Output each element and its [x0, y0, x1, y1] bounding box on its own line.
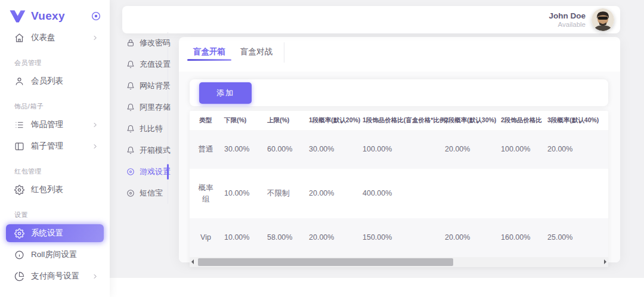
sidebar-item-label: 系统设置 — [31, 228, 99, 239]
sidebar-item-box-management[interactable]: 箱子管理 — [6, 137, 104, 155]
cell-stage2-price-ratio — [497, 169, 544, 219]
col-header-stage3-prob: 3段概率(默认40%) — [544, 111, 608, 130]
cell-upper-limit: 不限制 — [264, 169, 305, 219]
brand-name: Vuexy — [31, 10, 91, 23]
cell-stage3-prob — [544, 169, 608, 219]
pie-chart-icon — [14, 271, 24, 281]
cell-stage2-price-ratio: 100.00% — [497, 130, 544, 169]
user-menu[interactable]: John Doe Available — [549, 8, 614, 31]
sidebar-item-roll-room-settings[interactable]: Roll房间设置 — [6, 246, 104, 264]
main-card: 盲盒开箱 盲盒对战 添加 类型 下限(%) 上限(%) 1段 — [179, 37, 620, 262]
bell-icon — [126, 125, 135, 133]
cell-lower-limit: 10.00% — [221, 169, 264, 219]
user-text: John Doe Available — [549, 11, 586, 28]
submenu-item-label: 开箱模式 — [140, 145, 171, 156]
submenu-item-ali-storage[interactable]: 阿里存储 — [123, 97, 168, 118]
header-card: John Doe Available — [122, 6, 620, 33]
submenu-item-label: 扎比特 — [140, 123, 163, 134]
submenu-item-zhabite[interactable]: 扎比特 — [123, 118, 168, 140]
data-table: 类型 下限(%) 上限(%) 1段概率(默认20%) 1段饰品价格比(盲盒价格*… — [190, 111, 608, 267]
cell-stage2-prob — [441, 169, 497, 219]
sidebar-item-system-settings[interactable]: 系统设置 — [6, 224, 104, 242]
cell-stage3-prob: 25.00% — [544, 218, 608, 257]
cell-type: 概率组 — [190, 169, 221, 219]
submenu-item-change-password[interactable]: 修改密码 — [123, 32, 168, 54]
sidebar-item-payment-settings[interactable]: 支付商号设置 — [6, 267, 104, 285]
sidebar-item-label: 箱子管理 — [31, 141, 91, 151]
sidebar-item-label: 红包列表 — [31, 184, 99, 195]
tab-blindbox-open[interactable]: 盲盒开箱 — [190, 43, 229, 66]
col-header-lower-limit: 下限(%) — [221, 111, 264, 130]
horizontal-scrollbar[interactable] — [190, 257, 608, 267]
cell-stage1-price-ratio: 150.00% — [359, 218, 441, 257]
submenu-item-label: 修改密码 — [140, 38, 171, 48]
col-header-stage1-price-ratio: 1段饰品价格比(盲盒价格*比例) — [359, 111, 441, 130]
cell-lower-limit: 30.00% — [221, 130, 264, 169]
table-row[interactable]: Vip 10.00% 58.00% 20.00% 150.00% 20.00% … — [190, 218, 608, 257]
submenu-item-label: 充值设置 — [140, 59, 171, 70]
disc-icon — [126, 168, 135, 176]
table-header-row: 类型 下限(%) 上限(%) 1段概率(默认20%) 1段饰品价格比(盲盒价格*… — [190, 111, 608, 130]
cell-type: Vip — [190, 218, 221, 257]
bell-icon — [126, 103, 135, 112]
sidebar-item-label: 仪表盘 — [31, 32, 91, 43]
scroll-left-arrow-icon[interactable] — [191, 259, 194, 264]
bell-icon — [126, 60, 135, 69]
scrollbar-thumb[interactable] — [198, 258, 453, 266]
toolbar: 添加 — [190, 79, 608, 106]
bell-icon — [126, 82, 135, 90]
cell-upper-limit: 58.00% — [264, 218, 305, 257]
chevron-right-icon — [91, 34, 99, 42]
cell-stage1-price-ratio: 100.00% — [359, 130, 441, 169]
bell-icon — [126, 146, 135, 154]
submenu-item-smsbao[interactable]: 短信宝 — [123, 182, 168, 204]
tab-blindbox-battle[interactable]: 盲盒对战 — [237, 43, 276, 66]
cell-stage1-prob: 30.00% — [305, 130, 359, 169]
card-body: 添加 类型 下限(%) 上限(%) 1段概率(默认20%) 1段饰品价格比(盲盒… — [179, 72, 620, 262]
sidebar-item-label: 饰品管理 — [31, 119, 91, 130]
sidebar-item-item-management[interactable]: 饰品管理 — [6, 116, 104, 134]
sidebar-item-label: 支付商号设置 — [31, 271, 91, 281]
sidebar-item-member-list[interactable]: 会员列表 — [6, 72, 104, 90]
sidebar-section-items: 饰品/箱子 — [14, 102, 110, 111]
cell-stage1-prob: 20.00% — [305, 218, 359, 257]
info-icon — [14, 250, 24, 260]
scroll-right-arrow-icon[interactable] — [604, 259, 606, 264]
menu-pin-toggle-icon[interactable] — [91, 11, 101, 21]
sidebar-nav: 仪表盘 会员管理 会员列表 饰品/箱子 饰品管理 箱子管理 红包管理 红包列表 … — [0, 23, 110, 297]
submenu-item-openbox-mode[interactable]: 开箱模式 — [123, 140, 168, 161]
sidebar-item-label: 会员列表 — [31, 76, 99, 86]
submenu-item-label: 短信宝 — [140, 188, 163, 199]
add-button[interactable]: 添加 — [199, 82, 252, 104]
chevron-right-icon — [91, 121, 99, 129]
avatar[interactable] — [592, 8, 614, 31]
sidebar-section-member: 会员管理 — [14, 58, 110, 67]
sidebar-item-dashboard[interactable]: 仪表盘 — [6, 29, 104, 47]
submenu-item-recharge-settings[interactable]: 充值设置 — [123, 54, 168, 75]
submenu-item-label: 网站背景 — [140, 81, 171, 91]
chevron-right-icon — [91, 143, 99, 150]
cell-lower-limit: 10.00% — [221, 218, 264, 257]
table-row[interactable]: 概率组 10.00% 不限制 20.00% 400.00% — [190, 169, 608, 219]
user-name: John Doe — [549, 11, 586, 20]
sidebar-item-redpacket-list[interactable]: 红包列表 — [6, 181, 104, 199]
cell-stage2-price-ratio: 160.00% — [497, 218, 544, 257]
cell-stage2-prob: 20.00% — [441, 130, 497, 169]
submenu-item-site-background[interactable]: 网站背景 — [123, 75, 168, 97]
sidebar-item-label: Roll房间设置 — [31, 249, 99, 260]
home-icon — [14, 33, 24, 43]
vuexy-logo-icon — [10, 10, 26, 23]
tab-label: 盲盒对战 — [240, 47, 273, 56]
submenu-item-game-settings[interactable]: 游戏设置 — [123, 161, 168, 182]
cell-type: 普通 — [190, 130, 221, 169]
cell-stage1-price-ratio: 400.00% — [359, 169, 441, 219]
cell-stage2-prob: 20.00% — [441, 218, 497, 257]
table-row[interactable]: 普通 30.00% 60.00% 30.00% 100.00% 20.00% 1… — [190, 130, 608, 169]
cell-upper-limit: 60.00% — [264, 130, 305, 169]
tab-label: 盲盒开箱 — [193, 47, 225, 56]
disc-icon — [126, 189, 135, 197]
logo-row: Vuexy — [0, 0, 110, 23]
submenu-item-label: 游戏设置 — [140, 166, 171, 177]
cell-stage3-prob: 20.00% — [544, 130, 608, 169]
sidebar-section-settings: 设置 — [14, 211, 110, 219]
